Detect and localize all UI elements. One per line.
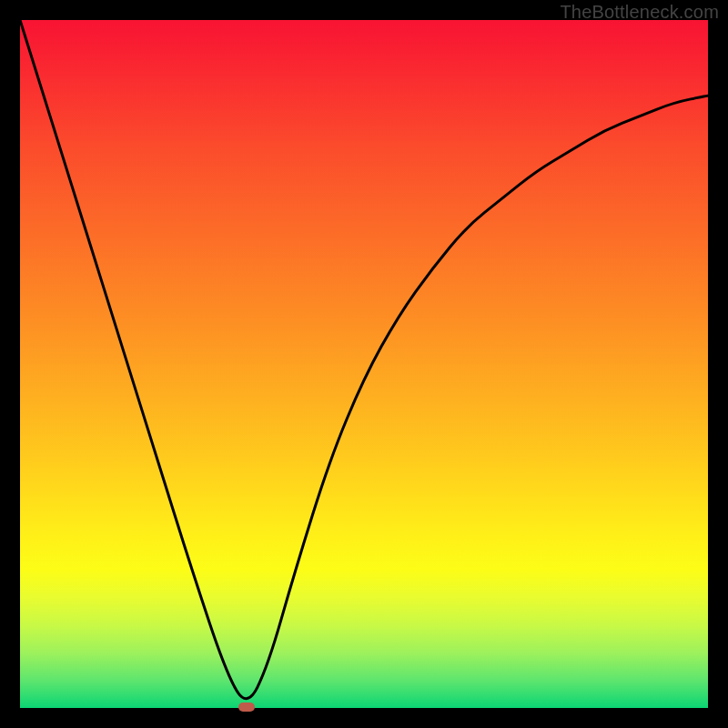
bottleneck-curve <box>20 20 708 699</box>
chart-frame: TheBottleneck.com <box>0 0 728 728</box>
minimum-marker <box>238 703 255 712</box>
chart-svg <box>20 20 708 708</box>
plot-area <box>20 20 708 708</box>
